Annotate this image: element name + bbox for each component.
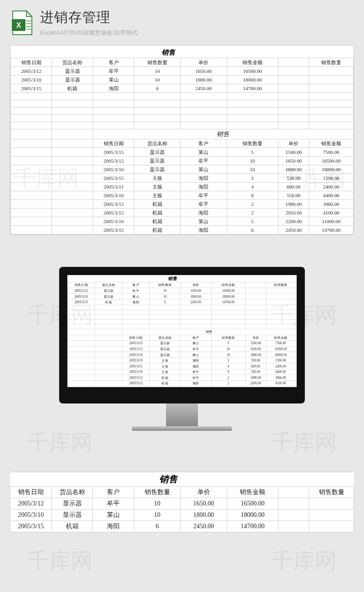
empty-cell <box>309 510 354 521</box>
table-header-row: 销售日期 货品名称 客户 销售数量 单价 销售金额 销售数量 <box>11 58 354 67</box>
cell: 18000.00 <box>309 165 353 174</box>
cell: 显示器 <box>134 165 181 174</box>
table-row: 2005/3/10机箱莱山52200.0011000.00 <box>11 217 354 226</box>
empty-cell <box>11 157 52 165</box>
empty-cell <box>266 294 296 300</box>
empty-cell <box>11 148 52 157</box>
cell: 16500.00 <box>266 346 296 352</box>
empty-cell <box>95 341 122 347</box>
table-row: 2005/3/10显示器莱山101800.0018000.00 <box>67 294 295 300</box>
monitor-screen: 销售 销售日期 货品名称 客户 销售数量 单价 销售金额 销售数量 2005/3… <box>59 267 305 403</box>
cell: 16500.00 <box>211 288 245 294</box>
bottom-cropped-preview: 销售 销售日期 货品名称 客户 销售数量 单价 销售金额 销售数量 2005/3… <box>10 472 354 532</box>
col-header: 单价 <box>181 282 212 288</box>
cell: 2 <box>227 209 278 217</box>
empty-cell <box>11 165 52 174</box>
cell: 机箱 <box>134 217 181 226</box>
cell: 2005/3/12 <box>93 209 134 217</box>
cell: 牟平 <box>181 191 227 200</box>
col-header: 单价 <box>245 335 266 341</box>
cell: 显示器 <box>52 67 93 76</box>
col-header-price: 单价 <box>278 139 309 148</box>
page-title: 进销存管理 <box>40 8 138 27</box>
empty-cell <box>52 200 93 209</box>
table-row: 2005/3/15机箱海阳62450.0014700.00 <box>67 392 295 398</box>
empty-cell <box>52 148 93 157</box>
bottom-sales-table: 销售日期 货品名称 客户 销售数量 单价 销售金额 销售数量 2005/3/12… <box>10 486 354 532</box>
cell: 机箱 <box>95 299 122 305</box>
table-row: 2005/3/15主板海阳3530.001590.00 <box>11 174 354 183</box>
table-row: 2005/3/10显示器莱山101800.0018000.00 <box>11 165 354 174</box>
empty-cell <box>11 174 52 183</box>
cell: 2005/3/15 <box>93 226 134 235</box>
cell: 10 <box>227 157 278 165</box>
cell: 2050.00 <box>278 209 309 217</box>
cell: 1800.00 <box>278 165 309 174</box>
empty-cell <box>245 288 266 294</box>
table2-title: 销售 <box>93 129 353 139</box>
cell: 主板 <box>150 357 181 363</box>
cell: 2005/3/10 <box>11 76 52 84</box>
table-row: 2005/3/10主板牟平8550.004400.00 <box>11 191 354 200</box>
cell: 10 <box>211 352 245 358</box>
cell: 8 <box>227 191 278 200</box>
col-header: 货品名称 <box>51 487 93 498</box>
empty-cell <box>278 67 309 76</box>
cell: 莱山 <box>122 294 150 300</box>
table-row: 2005/3/15主板海阳3530.001590.00 <box>67 357 295 363</box>
empty-cell <box>278 84 309 93</box>
cell: 10 <box>211 346 245 352</box>
sales-table-1: 销售日期 货品名称 客户 销售数量 单价 销售金额 销售数量 2005/3/12… <box>10 58 354 235</box>
empty-cell <box>11 209 52 217</box>
cell: 2005/3/15 <box>122 392 150 398</box>
cell: 530.00 <box>278 174 309 183</box>
empty-cell <box>67 369 95 375</box>
cell: 14700.00 <box>266 392 296 398</box>
monitor-table2-title: 销售 <box>122 329 296 335</box>
cell: 14700.00 <box>211 299 245 305</box>
cell: 16500.00 <box>309 157 353 165</box>
col-header-price: 单价 <box>181 58 227 67</box>
table-row: 2005/3/10主板牟平8550.004400.00 <box>67 369 295 375</box>
cell: 显示器 <box>134 157 181 165</box>
cell: 2 <box>211 375 245 381</box>
cell: 1590.00 <box>309 174 353 183</box>
table-row: 2005/3/15机箱海阳62450.0014700.00 <box>11 226 354 235</box>
cell: 显示器 <box>150 341 181 347</box>
cell: 10 <box>150 294 181 300</box>
cell: 550.00 <box>245 369 266 375</box>
cell: 显示器 <box>52 76 93 84</box>
cell: 10 <box>134 67 181 76</box>
col-header: 销售日期 <box>122 335 150 341</box>
empty-cell <box>52 226 93 235</box>
cell: 1650.00 <box>181 498 227 510</box>
cell: 2005/3/10 <box>93 165 134 174</box>
col-gap <box>278 487 309 498</box>
cell: 海阳 <box>181 174 227 183</box>
empty-cell <box>95 380 122 386</box>
cell: 2005/3/12 <box>93 157 134 165</box>
cell: 8 <box>211 369 245 375</box>
empty-cell <box>67 352 95 358</box>
col-header-qty: 销售数量 <box>134 58 181 67</box>
col-gap <box>245 282 266 288</box>
cell: 2005/3/11 <box>122 363 150 369</box>
cell: 海阳 <box>181 363 212 369</box>
monitor-neck <box>166 403 198 426</box>
table-row: 2005/3/10显示器莱山101800.0018000.00 <box>10 510 354 521</box>
empty-cell <box>95 392 122 398</box>
table-row: 2005/3/15机箱海阳62450.0014700.00 <box>67 299 295 305</box>
cell: 10 <box>134 498 181 510</box>
empty-cell <box>52 191 93 200</box>
page-subtitle: Excel/A4打印/内容随意修改/自带格式 <box>40 29 138 37</box>
spreadsheet-preview: 销售 销售日期 货品名称 客户 销售数量 单价 销售金额 销售数量 2005/3… <box>10 45 354 235</box>
cell: 2005/3/15 <box>93 174 134 183</box>
empty-cell <box>11 183 52 191</box>
cell: 6 <box>150 299 181 305</box>
col-header: 货品名称 <box>150 335 181 341</box>
cell: 2005/3/15 <box>10 521 52 532</box>
cell: 7500.00 <box>266 341 296 347</box>
cell: 海阳 <box>93 84 134 93</box>
cell: 2005/3/15 <box>93 148 134 157</box>
empty-cell <box>52 183 93 191</box>
